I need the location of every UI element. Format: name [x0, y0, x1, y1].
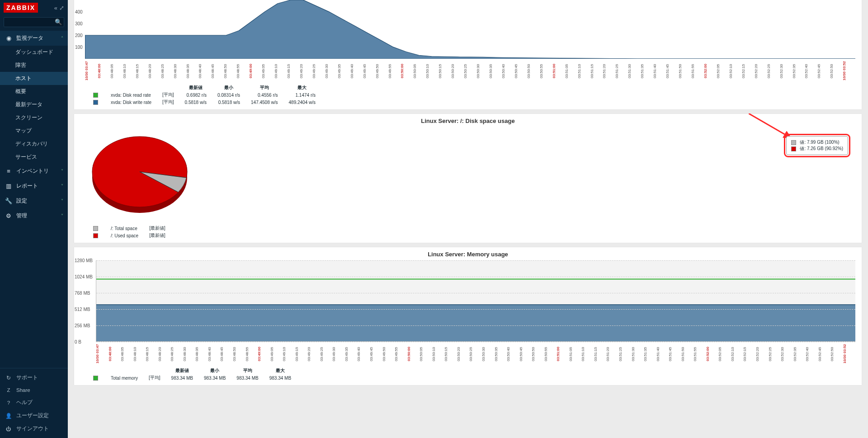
caret-up-icon: ˄: [61, 36, 63, 41]
sidebar-item-7[interactable]: ディスカバリ: [0, 137, 68, 151]
bottom-label: サインアウト: [16, 425, 49, 432]
logo-row: ZABBIX « ⤢: [0, 0, 68, 15]
pie-legend-box: 値: 7.99 GB (100%)値: 7.26 GB (90.92%): [786, 136, 848, 155]
bottom-label: Share: [16, 387, 30, 393]
search-row: 🔍: [0, 15, 68, 31]
collapse-icon: ⤢: [59, 5, 64, 11]
nav-group-monitoring[interactable]: ◉ 監視データ ˄: [0, 31, 68, 46]
memory-legend: 最新値最小平均最大Total memory[平均]983.34 MB983.34…: [88, 367, 297, 381]
main-content: 100200300400 10/30 03:4703:48:0003:48:05…: [68, 0, 868, 438]
disk-rate-chart[interactable]: 100200300400: [85, 0, 855, 59]
bottom-label: ユーザー設定: [16, 412, 49, 419]
nav-group-admin[interactable]: ⚙ 管理 ˅: [0, 208, 68, 223]
caret-down-icon: ˅: [61, 184, 63, 188]
caret-down-icon: ˅: [61, 198, 63, 203]
nav-label: 監視データ: [16, 34, 43, 42]
panel-disk-rate: 100200300400 10/30 03:4703:48:0003:48:05…: [74, 0, 862, 109]
chart-icon: ▥: [5, 183, 13, 189]
nav-label: 管理: [16, 212, 27, 220]
list-icon: ≡: [5, 168, 13, 174]
bottom-item-1[interactable]: ZShare: [0, 384, 68, 396]
panel-title: Linux Server: Memory usage: [74, 247, 862, 260]
bottom-icon: ?: [5, 400, 13, 405]
sidebar-item-3[interactable]: 概要: [0, 85, 68, 98]
sidebar-item-5[interactable]: スクリーン: [0, 111, 68, 124]
nav: ◉ 監視データ ˄ ダッシュボード障害ホスト概要最新データスクリーンマップディス…: [0, 31, 68, 368]
bottom-label: ヘルプ: [16, 399, 33, 406]
bottom-icon: ↻: [5, 375, 13, 381]
nav-group-settings[interactable]: 🔧 設定 ˅: [0, 193, 68, 208]
bottom-icon: ⏻: [5, 426, 13, 432]
bottom-item-0[interactable]: ↻サポート: [0, 371, 68, 384]
bottom-icon: 👤: [5, 413, 13, 419]
bottom-icon: Z: [5, 387, 13, 393]
panel-disk-space: Linux Server: /: Disk space usage 値: 7.9…: [74, 114, 862, 243]
gear-icon: ⚙: [5, 212, 13, 219]
nav-group-reports[interactable]: ▥ レポート ˅: [0, 179, 68, 193]
sidebar-item-6[interactable]: マップ: [0, 124, 68, 137]
disk-rate-legend: 最新値最小平均最大xvda: Disk read rate[平均]0.6982 …: [88, 84, 321, 106]
disk-rate-xticks: 10/30 03:4703:48:0003:48:0503:48:1003:48…: [85, 61, 855, 81]
memory-chart[interactable]: 0 B256 MB512 MB768 MB1024 MB1280 MB: [96, 260, 855, 342]
pie-chart[interactable]: [88, 129, 192, 219]
memory-xticks: 10/30 03:4703:48:0003:48:0503:48:1003:48…: [96, 344, 855, 364]
sidebar-item-2[interactable]: ホスト: [0, 72, 68, 85]
bottom-item-2[interactable]: ?ヘルプ: [0, 396, 68, 409]
nav-sub-monitoring: ダッシュボード障害ホスト概要最新データスクリーンマップディスカバリサービス: [0, 46, 68, 164]
search-icon[interactable]: 🔍: [55, 19, 62, 25]
bottom-label: サポート: [16, 374, 38, 381]
nav-label: インベントリ: [16, 167, 49, 175]
brand-logo: ZABBIX: [4, 3, 38, 13]
panel-memory: Linux Server: Memory usage 0 B256 MB512 …: [74, 247, 862, 385]
bottom-item-3[interactable]: 👤ユーザー設定: [0, 409, 68, 422]
pie-legend-table: /: Total space[最新値]/: Used space[最新値]: [88, 225, 171, 239]
sidebar-collapse[interactable]: « ⤢: [54, 5, 64, 11]
panel-title: Linux Server: /: Disk space usage: [74, 114, 862, 127]
sidebar-item-1[interactable]: 障害: [0, 59, 68, 72]
pie-wrap: 値: 7.99 GB (100%)値: 7.26 GB (90.92%): [74, 127, 862, 222]
svg-rect-5: [96, 305, 855, 341]
nav-group-inventory[interactable]: ≡ インベントリ ˅: [0, 164, 68, 179]
caret-down-icon: ˅: [61, 169, 63, 174]
caret-down-icon: ˅: [61, 213, 63, 218]
eye-icon: ◉: [5, 35, 13, 42]
sidebar-item-4[interactable]: 最新データ: [0, 98, 68, 111]
sidebar: ZABBIX « ⤢ 🔍 ◉ 監視データ ˄ ダッシュボード障害ホスト概要最新デ…: [0, 0, 68, 438]
bottom-item-4[interactable]: ⏻サインアウト: [0, 422, 68, 435]
sidebar-bottom: ↻サポートZShare?ヘルプ👤ユーザー設定⏻サインアウト: [0, 368, 68, 438]
nav-label: 設定: [16, 197, 27, 205]
sidebar-item-8[interactable]: サービス: [0, 151, 68, 164]
wrench-icon: 🔧: [5, 198, 13, 204]
nav-label: レポート: [16, 182, 38, 190]
chevron-left-icon: «: [54, 5, 57, 11]
sidebar-item-0[interactable]: ダッシュボード: [0, 46, 68, 59]
